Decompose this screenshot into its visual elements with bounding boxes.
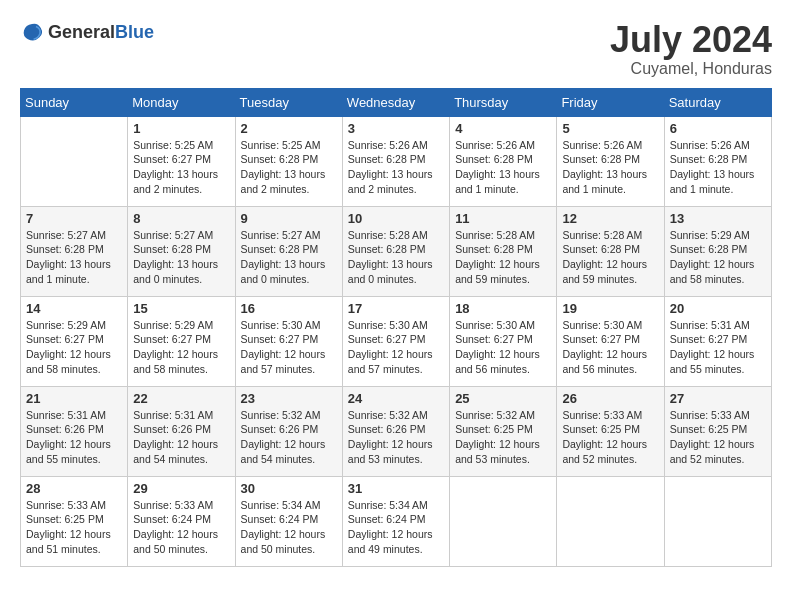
day-number: 11 xyxy=(455,211,551,226)
day-number: 10 xyxy=(348,211,444,226)
day-number: 6 xyxy=(670,121,766,136)
day-number: 19 xyxy=(562,301,658,316)
calendar-cell: 19Sunrise: 5:30 AM Sunset: 6:27 PM Dayli… xyxy=(557,296,664,386)
calendar-cell: 26Sunrise: 5:33 AM Sunset: 6:25 PM Dayli… xyxy=(557,386,664,476)
calendar-cell: 6Sunrise: 5:26 AM Sunset: 6:28 PM Daylig… xyxy=(664,116,771,206)
day-number: 13 xyxy=(670,211,766,226)
calendar-header-row: SundayMondayTuesdayWednesdayThursdayFrid… xyxy=(21,88,772,116)
calendar-cell: 25Sunrise: 5:32 AM Sunset: 6:25 PM Dayli… xyxy=(450,386,557,476)
day-number: 20 xyxy=(670,301,766,316)
calendar-cell: 29Sunrise: 5:33 AM Sunset: 6:24 PM Dayli… xyxy=(128,476,235,566)
col-header-thursday: Thursday xyxy=(450,88,557,116)
calendar-cell: 10Sunrise: 5:28 AM Sunset: 6:28 PM Dayli… xyxy=(342,206,449,296)
day-info: Sunrise: 5:26 AM Sunset: 6:28 PM Dayligh… xyxy=(670,138,766,197)
calendar-table: SundayMondayTuesdayWednesdayThursdayFrid… xyxy=(20,88,772,567)
calendar-cell: 14Sunrise: 5:29 AM Sunset: 6:27 PM Dayli… xyxy=(21,296,128,386)
day-number: 17 xyxy=(348,301,444,316)
calendar-cell: 11Sunrise: 5:28 AM Sunset: 6:28 PM Dayli… xyxy=(450,206,557,296)
day-number: 30 xyxy=(241,481,337,496)
day-info: Sunrise: 5:32 AM Sunset: 6:26 PM Dayligh… xyxy=(348,408,444,467)
day-info: Sunrise: 5:31 AM Sunset: 6:26 PM Dayligh… xyxy=(26,408,122,467)
day-number: 31 xyxy=(348,481,444,496)
calendar-cell xyxy=(450,476,557,566)
day-number: 15 xyxy=(133,301,229,316)
day-info: Sunrise: 5:27 AM Sunset: 6:28 PM Dayligh… xyxy=(26,228,122,287)
calendar-cell xyxy=(557,476,664,566)
day-info: Sunrise: 5:27 AM Sunset: 6:28 PM Dayligh… xyxy=(133,228,229,287)
day-info: Sunrise: 5:25 AM Sunset: 6:27 PM Dayligh… xyxy=(133,138,229,197)
calendar-week-row: 1Sunrise: 5:25 AM Sunset: 6:27 PM Daylig… xyxy=(21,116,772,206)
day-number: 22 xyxy=(133,391,229,406)
day-number: 12 xyxy=(562,211,658,226)
day-number: 2 xyxy=(241,121,337,136)
calendar-cell: 22Sunrise: 5:31 AM Sunset: 6:26 PM Dayli… xyxy=(128,386,235,476)
day-number: 3 xyxy=(348,121,444,136)
day-info: Sunrise: 5:30 AM Sunset: 6:27 PM Dayligh… xyxy=(241,318,337,377)
day-number: 28 xyxy=(26,481,122,496)
day-info: Sunrise: 5:32 AM Sunset: 6:26 PM Dayligh… xyxy=(241,408,337,467)
day-number: 24 xyxy=(348,391,444,406)
day-info: Sunrise: 5:30 AM Sunset: 6:27 PM Dayligh… xyxy=(562,318,658,377)
day-number: 23 xyxy=(241,391,337,406)
day-info: Sunrise: 5:26 AM Sunset: 6:28 PM Dayligh… xyxy=(348,138,444,197)
logo-blue: Blue xyxy=(115,22,154,42)
calendar-cell: 9Sunrise: 5:27 AM Sunset: 6:28 PM Daylig… xyxy=(235,206,342,296)
calendar-cell xyxy=(21,116,128,206)
calendar-cell: 24Sunrise: 5:32 AM Sunset: 6:26 PM Dayli… xyxy=(342,386,449,476)
day-info: Sunrise: 5:33 AM Sunset: 6:25 PM Dayligh… xyxy=(26,498,122,557)
location: Cuyamel, Honduras xyxy=(610,60,772,78)
day-number: 18 xyxy=(455,301,551,316)
day-info: Sunrise: 5:30 AM Sunset: 6:27 PM Dayligh… xyxy=(348,318,444,377)
day-number: 25 xyxy=(455,391,551,406)
day-number: 14 xyxy=(26,301,122,316)
logo-text: GeneralBlue xyxy=(48,22,154,43)
day-info: Sunrise: 5:33 AM Sunset: 6:24 PM Dayligh… xyxy=(133,498,229,557)
logo-icon xyxy=(20,20,44,44)
day-info: Sunrise: 5:34 AM Sunset: 6:24 PM Dayligh… xyxy=(348,498,444,557)
day-info: Sunrise: 5:33 AM Sunset: 6:25 PM Dayligh… xyxy=(562,408,658,467)
calendar-cell: 20Sunrise: 5:31 AM Sunset: 6:27 PM Dayli… xyxy=(664,296,771,386)
calendar-cell: 17Sunrise: 5:30 AM Sunset: 6:27 PM Dayli… xyxy=(342,296,449,386)
day-number: 5 xyxy=(562,121,658,136)
calendar-week-row: 7Sunrise: 5:27 AM Sunset: 6:28 PM Daylig… xyxy=(21,206,772,296)
day-number: 21 xyxy=(26,391,122,406)
month-year: July 2024 xyxy=(610,20,772,60)
calendar-cell: 1Sunrise: 5:25 AM Sunset: 6:27 PM Daylig… xyxy=(128,116,235,206)
calendar-cell: 15Sunrise: 5:29 AM Sunset: 6:27 PM Dayli… xyxy=(128,296,235,386)
logo: GeneralBlue xyxy=(20,20,154,44)
day-info: Sunrise: 5:28 AM Sunset: 6:28 PM Dayligh… xyxy=(562,228,658,287)
col-header-sunday: Sunday xyxy=(21,88,128,116)
page-header: GeneralBlue July 2024 Cuyamel, Honduras xyxy=(20,20,772,78)
day-number: 27 xyxy=(670,391,766,406)
calendar-cell: 2Sunrise: 5:25 AM Sunset: 6:28 PM Daylig… xyxy=(235,116,342,206)
day-number: 4 xyxy=(455,121,551,136)
day-info: Sunrise: 5:28 AM Sunset: 6:28 PM Dayligh… xyxy=(348,228,444,287)
day-number: 29 xyxy=(133,481,229,496)
calendar-cell: 21Sunrise: 5:31 AM Sunset: 6:26 PM Dayli… xyxy=(21,386,128,476)
day-info: Sunrise: 5:26 AM Sunset: 6:28 PM Dayligh… xyxy=(455,138,551,197)
calendar-cell: 27Sunrise: 5:33 AM Sunset: 6:25 PM Dayli… xyxy=(664,386,771,476)
day-info: Sunrise: 5:27 AM Sunset: 6:28 PM Dayligh… xyxy=(241,228,337,287)
calendar-week-row: 14Sunrise: 5:29 AM Sunset: 6:27 PM Dayli… xyxy=(21,296,772,386)
calendar-cell: 16Sunrise: 5:30 AM Sunset: 6:27 PM Dayli… xyxy=(235,296,342,386)
logo-general: General xyxy=(48,22,115,42)
calendar-cell: 23Sunrise: 5:32 AM Sunset: 6:26 PM Dayli… xyxy=(235,386,342,476)
calendar-cell: 4Sunrise: 5:26 AM Sunset: 6:28 PM Daylig… xyxy=(450,116,557,206)
col-header-tuesday: Tuesday xyxy=(235,88,342,116)
calendar-cell xyxy=(664,476,771,566)
col-header-saturday: Saturday xyxy=(664,88,771,116)
day-info: Sunrise: 5:30 AM Sunset: 6:27 PM Dayligh… xyxy=(455,318,551,377)
day-info: Sunrise: 5:29 AM Sunset: 6:28 PM Dayligh… xyxy=(670,228,766,287)
day-number: 1 xyxy=(133,121,229,136)
calendar-cell: 18Sunrise: 5:30 AM Sunset: 6:27 PM Dayli… xyxy=(450,296,557,386)
day-info: Sunrise: 5:29 AM Sunset: 6:27 PM Dayligh… xyxy=(133,318,229,377)
calendar-cell: 7Sunrise: 5:27 AM Sunset: 6:28 PM Daylig… xyxy=(21,206,128,296)
day-info: Sunrise: 5:31 AM Sunset: 6:26 PM Dayligh… xyxy=(133,408,229,467)
calendar-cell: 30Sunrise: 5:34 AM Sunset: 6:24 PM Dayli… xyxy=(235,476,342,566)
col-header-friday: Friday xyxy=(557,88,664,116)
day-info: Sunrise: 5:31 AM Sunset: 6:27 PM Dayligh… xyxy=(670,318,766,377)
calendar-cell: 13Sunrise: 5:29 AM Sunset: 6:28 PM Dayli… xyxy=(664,206,771,296)
calendar-week-row: 21Sunrise: 5:31 AM Sunset: 6:26 PM Dayli… xyxy=(21,386,772,476)
day-info: Sunrise: 5:25 AM Sunset: 6:28 PM Dayligh… xyxy=(241,138,337,197)
calendar-cell: 12Sunrise: 5:28 AM Sunset: 6:28 PM Dayli… xyxy=(557,206,664,296)
